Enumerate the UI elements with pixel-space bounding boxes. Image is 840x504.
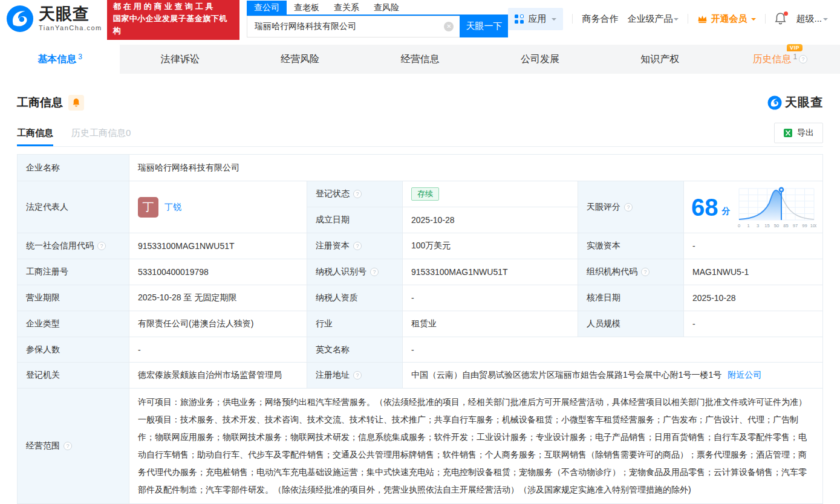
nav-open-vip[interactable]: 开通会员	[697, 13, 756, 25]
slogan-line1: 都在用的商业查询工具	[113, 1, 233, 13]
field-value-reg-status: 存续	[402, 181, 578, 207]
nav-enterprise-products[interactable]: 企业级产品	[627, 13, 679, 25]
field-label-reg-status: 登记状态?	[307, 181, 402, 207]
svg-text:85: 85	[783, 223, 788, 228]
tab-operating-risk[interactable]: 经营风险	[240, 45, 360, 74]
nav-enterprise-label: 企业级产品	[627, 13, 672, 25]
tab-basic-info[interactable]: 基本信息 3	[0, 45, 120, 74]
divider	[572, 14, 573, 24]
svg-text:99: 99	[802, 223, 807, 228]
field-label-credit-code: 统一社会信用代码?	[17, 233, 129, 259]
search-button[interactable]: 天眼一下	[460, 16, 508, 37]
brand-name: 天眼查	[39, 6, 102, 22]
search-input[interactable]	[247, 16, 460, 37]
tab-label: 历史信息	[752, 53, 791, 66]
field-value-org-code: MAG1NWU5-1	[683, 259, 822, 285]
crown-icon	[697, 15, 708, 23]
divider	[688, 14, 688, 24]
search-tab-boss[interactable]: 查老板	[287, 1, 327, 15]
field-label-org-code: 组织机构代码?	[578, 259, 683, 285]
tab-intellectual-property[interactable]: 知识产权	[600, 45, 720, 74]
field-value-english-name: -	[402, 337, 822, 362]
svg-text:97: 97	[792, 223, 797, 228]
field-value-staff-size: -	[683, 311, 822, 337]
field-label-paid-capital: 实缴资本	[578, 233, 683, 259]
field-value-insured: -	[129, 337, 307, 362]
help-icon[interactable]: ?	[63, 442, 72, 450]
tab-history-info[interactable]: 历史信息 VIP 1 ?	[720, 45, 840, 74]
section-title: 工商信息	[17, 95, 63, 111]
tab-label: 基本信息	[37, 53, 76, 66]
export-button[interactable]: 导出	[774, 123, 823, 143]
field-value-paid-capital: -	[683, 233, 822, 259]
vip-badge: VIP	[787, 44, 803, 51]
user-menu[interactable]: 超级...	[796, 13, 828, 25]
search-tab-risk[interactable]: 查风险	[366, 1, 406, 15]
svg-text:3: 3	[756, 223, 758, 228]
legal-rep-link[interactable]: 丁锐	[164, 202, 181, 213]
field-label-english-name: 英文名称	[307, 337, 402, 362]
watermark-logo: 天眼查	[767, 94, 823, 111]
field-value-company-type: 有限责任公司(港澳台法人独资)	[129, 311, 307, 337]
field-value-business-scope: 许可项目：旅游业务；供电业务；网络预约出租汽车经营服务。（依法须经批准的项目，经…	[129, 388, 822, 503]
search-tab-relation[interactable]: 查关系	[327, 1, 366, 15]
search-tab-company[interactable]: 查公司	[247, 1, 287, 15]
help-icon[interactable]: ?	[641, 268, 650, 276]
legal-rep-avatar[interactable]: 丁	[138, 197, 158, 218]
excel-icon	[783, 128, 793, 138]
monitor-bell-icon[interactable]	[68, 95, 84, 111]
field-value-reg-address: 中国（云南）自由贸易试验区德宏片区瑞丽市姐告会展路1号会展中心附1号一楼1号 附…	[402, 362, 822, 388]
help-icon[interactable]: ?	[624, 203, 633, 212]
header-nav: 应用 商务合作 企业级产品 开通会员 超级...	[508, 8, 828, 30]
clear-icon[interactable]: ✕	[444, 22, 454, 31]
chevron-down-icon	[823, 18, 828, 23]
field-value-approval-date: 2025-10-28	[683, 285, 822, 311]
help-icon[interactable]: ?	[353, 190, 362, 198]
help-icon[interactable]: ?	[353, 371, 362, 380]
notification-bell-icon[interactable]	[775, 12, 787, 25]
tab-business-info[interactable]: 经营信息	[360, 45, 480, 74]
field-value-credit-code: 91533100MAG1NWU51T	[129, 233, 307, 259]
help-icon[interactable]: ?	[799, 55, 807, 63]
help-icon[interactable]: ?	[353, 242, 362, 250]
field-value-taxpayer-quality: -	[402, 285, 578, 311]
field-value-reg-capital: 100万美元	[402, 233, 578, 259]
tab-label: 知识产权	[640, 53, 679, 66]
tab-company-development[interactable]: 公司发展	[480, 45, 600, 74]
divider	[765, 14, 766, 24]
brand-domain: TianYanCha.com	[39, 24, 102, 31]
tab-label: 经营风险	[281, 53, 319, 66]
apps-menu[interactable]: 应用	[508, 8, 563, 30]
svg-text:100: 100	[810, 223, 816, 228]
field-value-industry: 租赁业	[402, 311, 578, 337]
nav-cooperation[interactable]: 商务合作	[582, 13, 618, 25]
field-value-business-term: 2025-10-28 至 无固定期限	[129, 285, 307, 311]
user-menu-label: 超级...	[796, 13, 822, 25]
tab-label: 经营信息	[400, 53, 439, 66]
field-label-score: 天眼评分?	[578, 181, 683, 233]
field-value-establish-date: 2025-10-28	[402, 207, 578, 233]
apps-grid-icon	[515, 15, 524, 24]
field-label-reg-address: 注册地址?	[307, 362, 402, 388]
tab-label: 公司发展	[521, 53, 559, 66]
field-label-establish-date: 成立日期	[307, 207, 402, 233]
field-label-business-term: 营业期限	[17, 285, 129, 311]
field-label-company-type: 企业类型	[17, 311, 129, 337]
svg-text:1: 1	[747, 223, 749, 228]
score-curve-chart: 0 1 3 15 50 85 97 99 100	[737, 185, 816, 230]
field-label-taxpayer-quality: 纳税人资质	[307, 285, 402, 311]
nearby-companies-link[interactable]: 附近公司	[728, 370, 761, 381]
help-icon[interactable]: ?	[370, 268, 379, 276]
search-block: 查公司 查老板 查关系 查风险 ✕ 天眼一下	[247, 1, 509, 37]
watermark-text: 天眼查	[785, 94, 823, 111]
help-icon[interactable]: ?	[97, 242, 106, 250]
subtab-business-registration[interactable]: 工商信息	[17, 128, 53, 146]
business-info-table: 企业名称 瑞丽哈行网络科技有限公司 法定代表人 丁 丁锐 登记状态? 存续 天眼…	[17, 154, 823, 504]
subtab-history-registration[interactable]: 历史工商信息0	[71, 128, 131, 146]
export-label: 导出	[797, 128, 814, 138]
page-tabs: 基本信息 3 法律诉讼 经营风险 经营信息 公司发展 知识产权 历史信息 VIP…	[0, 45, 840, 74]
tab-legal-proceedings[interactable]: 法律诉讼	[120, 45, 239, 74]
search-tabs: 查公司 查老板 查关系 查风险	[247, 1, 509, 16]
svg-text:50: 50	[773, 223, 778, 228]
tianyancha-logo[interactable]: 天眼查 TianYanCha.com	[6, 5, 102, 33]
